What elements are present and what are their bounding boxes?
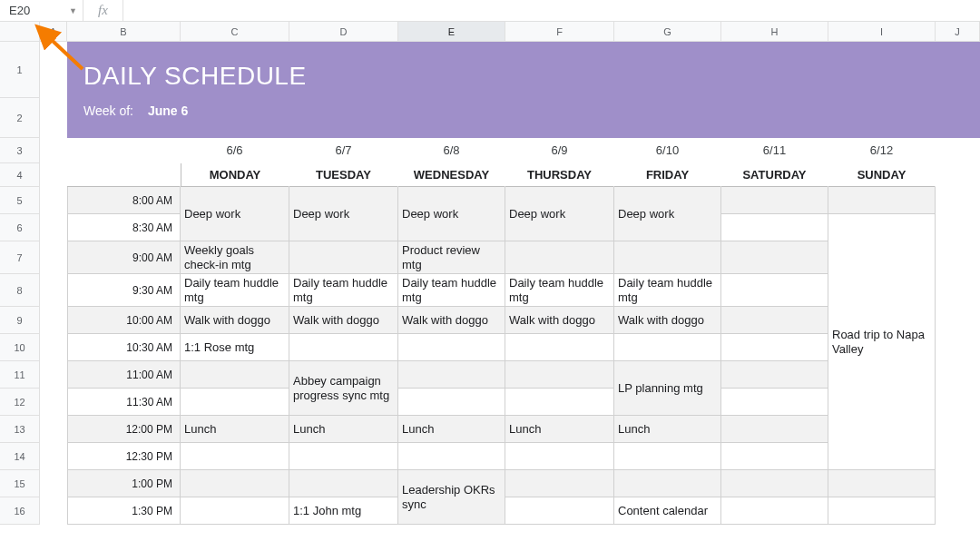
cell-J8[interactable]	[936, 274, 980, 307]
row-head-6[interactable]: 6	[0, 214, 40, 241]
ev-mon-lunch[interactable]: Lunch	[181, 416, 289, 443]
cell-J14[interactable]	[936, 443, 980, 470]
ev-sat-1200[interactable]	[721, 416, 828, 443]
ev-sun-0800[interactable]	[828, 187, 936, 214]
col-head-F[interactable]: F	[505, 22, 614, 42]
name-box[interactable]: E20 ▼	[0, 0, 83, 21]
row-head-13[interactable]: 13	[0, 416, 40, 443]
ev-tue-doggo[interactable]: Walk with doggo	[289, 307, 398, 334]
ev-mon-1330[interactable]	[181, 497, 289, 525]
ev-sat-1330[interactable]	[721, 497, 828, 525]
date-wed[interactable]: 6/8	[398, 138, 505, 163]
cell-A11[interactable]	[40, 361, 67, 389]
day-sat[interactable]: SATURDAY	[721, 163, 828, 187]
ev-thu-doggo[interactable]: Walk with doggo	[505, 307, 614, 334]
row-head-8[interactable]: 8	[0, 274, 40, 307]
cell-A10[interactable]	[40, 334, 67, 361]
cell-A1[interactable]	[40, 42, 67, 98]
col-head-I[interactable]: I	[828, 22, 936, 42]
col-head-A[interactable]: A	[40, 22, 67, 42]
time-0800[interactable]: 8:00 AM	[67, 187, 181, 214]
row-head-11[interactable]: 11	[0, 361, 40, 389]
date-sun[interactable]: 6/12	[828, 138, 936, 163]
ev-mon-1100[interactable]	[181, 361, 289, 389]
cell-A5[interactable]	[40, 187, 67, 214]
row-head-4[interactable]: 4	[0, 163, 40, 187]
cell-J10[interactable]	[936, 334, 980, 361]
ev-sat-0830[interactable]	[721, 214, 828, 241]
cell-B4[interactable]	[67, 163, 181, 187]
ev-sat-1300[interactable]	[721, 470, 828, 497]
cell-A13[interactable]	[40, 416, 67, 443]
ev-sat-1100[interactable]	[721, 361, 828, 389]
col-head-C[interactable]: C	[181, 22, 289, 42]
ev-mon-1300[interactable]	[181, 470, 289, 497]
col-head-H[interactable]: H	[721, 22, 828, 42]
ev-tue-1300[interactable]	[289, 470, 398, 497]
day-tue[interactable]: TUESDAY	[289, 163, 398, 187]
cell-A14[interactable]	[40, 443, 67, 470]
ev-fri-1230[interactable]	[614, 443, 721, 470]
ev-sat-0900[interactable]	[721, 241, 828, 274]
ev-tue-abbey[interactable]: Abbey campaign progress sync mtg	[289, 361, 398, 416]
cell-A8[interactable]	[40, 274, 67, 307]
ev-thu-1300[interactable]	[505, 470, 614, 497]
ev-wed-huddle[interactable]: Daily team huddle mtg	[398, 274, 505, 307]
ev-wed-1130[interactable]	[398, 389, 505, 416]
ev-tue-deepwork[interactable]: Deep work	[289, 187, 398, 241]
cell-J6[interactable]	[936, 214, 980, 241]
ev-fri-lunch[interactable]: Lunch	[614, 416, 721, 443]
ev-mon-weeklygoals[interactable]: Weekly goals check-in mtg	[181, 241, 289, 274]
ev-tue-0900[interactable]	[289, 241, 398, 274]
select-all-corner[interactable]	[0, 22, 40, 42]
row-head-2[interactable]: 2	[0, 98, 40, 138]
ev-fri-contentcal[interactable]: Content calendar	[614, 497, 721, 525]
ev-sun-1300[interactable]	[828, 470, 936, 497]
cell-A16[interactable]	[40, 497, 67, 525]
row-head-10[interactable]: 10	[0, 334, 40, 361]
ev-wed-1100[interactable]	[398, 361, 505, 389]
date-fri[interactable]: 6/10	[614, 138, 721, 163]
ev-fri-huddle[interactable]: Daily team huddle mtg	[614, 274, 721, 307]
cell-A15[interactable]	[40, 470, 67, 497]
cell-A9[interactable]	[40, 307, 67, 334]
cell-J15[interactable]	[936, 470, 980, 497]
row-head-14[interactable]: 14	[0, 443, 40, 470]
ev-mon-deepwork[interactable]: Deep work	[181, 187, 289, 241]
time-0930[interactable]: 9:30 AM	[67, 274, 181, 307]
date-mon[interactable]: 6/6	[181, 138, 289, 163]
time-1030[interactable]: 10:30 AM	[67, 334, 181, 361]
ev-fri-1300[interactable]	[614, 470, 721, 497]
row-head-15[interactable]: 15	[0, 470, 40, 497]
col-head-B[interactable]: B	[67, 22, 181, 42]
ev-fri-doggo[interactable]: Walk with doggo	[614, 307, 721, 334]
col-head-D[interactable]: D	[289, 22, 398, 42]
cell-J12[interactable]	[936, 389, 980, 416]
ev-thu-huddle[interactable]: Daily team huddle mtg	[505, 274, 614, 307]
time-0830[interactable]: 8:30 AM	[67, 214, 181, 241]
cell-A7[interactable]	[40, 241, 67, 274]
ev-sat-1000[interactable]	[721, 307, 828, 334]
date-thu[interactable]: 6/9	[505, 138, 614, 163]
spreadsheet-grid[interactable]: A B C D E F G H I J 1 DAILY SCHEDULE Wee…	[0, 22, 980, 525]
ev-sun-1330[interactable]	[828, 497, 936, 525]
ev-mon-doggo[interactable]: Walk with doggo	[181, 307, 289, 334]
cell-J5[interactable]	[936, 187, 980, 214]
day-sun[interactable]: SUNDAY	[828, 163, 936, 187]
ev-mon-1230[interactable]	[181, 443, 289, 470]
col-head-G[interactable]: G	[614, 22, 721, 42]
cell-A3[interactable]	[40, 138, 67, 163]
cell-J7[interactable]	[936, 241, 980, 274]
row-head-1[interactable]: 1	[0, 42, 40, 98]
ev-tue-1230[interactable]	[289, 443, 398, 470]
row-head-3[interactable]: 3	[0, 138, 40, 163]
ev-wed-1230[interactable]	[398, 443, 505, 470]
time-1230[interactable]: 12:30 PM	[67, 443, 181, 470]
day-wed[interactable]: WEDNESDAY	[398, 163, 505, 187]
row-head-9[interactable]: 9	[0, 307, 40, 334]
time-1330[interactable]: 1:30 PM	[67, 497, 181, 525]
ev-tue-huddle[interactable]: Daily team huddle mtg	[289, 274, 398, 307]
ev-sat-1130[interactable]	[721, 389, 828, 416]
ev-thu-1230[interactable]	[505, 443, 614, 470]
cell-J9[interactable]	[936, 307, 980, 334]
